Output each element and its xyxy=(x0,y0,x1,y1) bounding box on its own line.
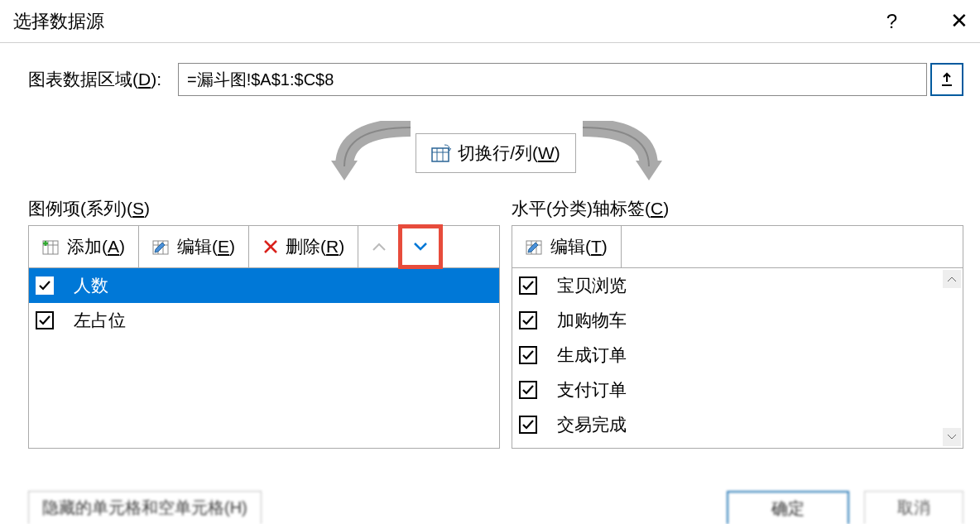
add-series-button[interactable]: 添加(A) xyxy=(29,226,139,267)
collapse-icon xyxy=(939,72,954,87)
series-move-down-button[interactable] xyxy=(400,226,441,267)
titlebar: 选择数据源 ? ✕ xyxy=(0,0,980,43)
scroll-up-button[interactable] xyxy=(943,270,961,288)
svg-rect-0 xyxy=(432,148,449,161)
categories-panel-label: 水平(分类)轴标签(C) xyxy=(512,197,963,220)
category-item[interactable]: 加购物车 xyxy=(512,303,943,338)
series-move-up-button[interactable] xyxy=(358,226,400,267)
checkbox[interactable] xyxy=(519,381,537,399)
remove-series-button[interactable]: 删除(R) xyxy=(249,226,358,267)
checkbox[interactable] xyxy=(519,311,537,329)
chevron-up-icon xyxy=(372,242,387,252)
checkbox[interactable] xyxy=(36,276,54,295)
edit-series-button[interactable]: 编辑(E) xyxy=(139,226,249,267)
checkbox[interactable] xyxy=(36,311,54,329)
chart-range-row: 图表数据区域(D): xyxy=(28,63,963,96)
category-item-label: 加购物车 xyxy=(557,309,627,332)
series-panel: 图例项(系列)(S) 添加(A) xyxy=(28,197,500,449)
close-icon[interactable]: ✕ xyxy=(950,8,968,34)
scroll-down-button[interactable] xyxy=(943,428,961,446)
switch-icon xyxy=(431,144,451,162)
add-icon xyxy=(42,238,60,255)
collapse-range-button[interactable] xyxy=(930,63,963,96)
edit-icon xyxy=(152,238,171,255)
edit-icon xyxy=(526,238,544,255)
series-toolbar: 添加(A) 编辑(E) xyxy=(28,225,500,268)
hidden-cells-button[interactable]: 隐藏的单元格和空单元格(H) xyxy=(28,491,262,524)
series-listbox[interactable]: 人数左占位 xyxy=(28,268,500,449)
series-item-label: 人数 xyxy=(74,274,108,297)
category-item-label: 支付订单 xyxy=(557,378,627,401)
arrow-right-icon xyxy=(574,121,674,187)
dialog-footer: 隐藏的单元格和空单元格(H) 确定 取消 xyxy=(0,498,980,524)
series-item[interactable]: 左占位 xyxy=(29,303,499,338)
switch-row-column-button[interactable]: 切换行/列(W) xyxy=(416,133,576,173)
ok-button[interactable]: 确定 xyxy=(727,491,849,524)
cancel-button[interactable]: 取消 xyxy=(864,491,963,524)
edit-categories-button[interactable]: 编辑(T) xyxy=(512,226,622,267)
category-item[interactable]: 宝贝浏览 xyxy=(512,268,943,303)
checkbox[interactable] xyxy=(519,276,537,295)
series-item-label: 左占位 xyxy=(74,309,126,332)
categories-panel: 水平(分类)轴标签(C) 编辑(T) xyxy=(512,197,963,449)
checkbox[interactable] xyxy=(519,346,537,364)
chevron-down-icon xyxy=(413,242,428,252)
checkbox[interactable] xyxy=(519,416,537,434)
categories-listbox[interactable]: 宝贝浏览加购物车生成订单支付订单交易完成 xyxy=(512,268,963,449)
category-item-label: 生成订单 xyxy=(557,344,627,367)
series-panel-label: 图例项(系列)(S) xyxy=(28,197,500,220)
arrow-left-icon xyxy=(319,121,419,187)
category-item[interactable]: 支付订单 xyxy=(512,373,943,407)
delete-icon xyxy=(262,238,279,255)
category-item[interactable]: 交易完成 xyxy=(512,407,943,442)
chart-range-label: 图表数据区域(D): xyxy=(28,68,161,91)
chart-range-input[interactable] xyxy=(178,63,927,96)
category-item-label: 交易完成 xyxy=(557,413,627,436)
series-item[interactable]: 人数 xyxy=(29,268,499,303)
category-item[interactable]: 生成订单 xyxy=(512,338,943,373)
dialog-title: 选择数据源 xyxy=(13,9,886,34)
category-item-label: 宝贝浏览 xyxy=(557,274,627,297)
help-icon[interactable]: ? xyxy=(886,10,897,33)
categories-toolbar: 编辑(T) xyxy=(512,225,963,268)
